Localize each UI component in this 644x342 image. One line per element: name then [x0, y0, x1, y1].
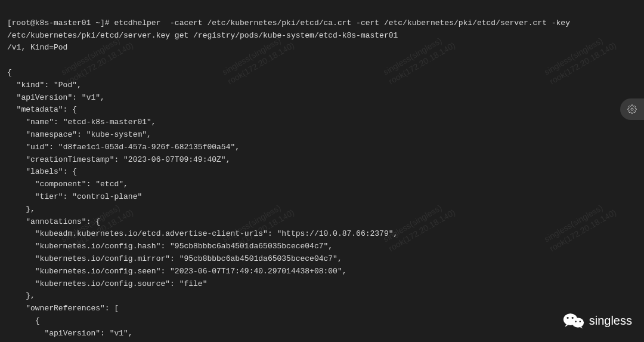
- terminal-output: [root@k8s-master01 ~]# etcdhelper -cacer…: [0, 0, 644, 342]
- signature-text: singless: [589, 311, 632, 330]
- shell-prompt: [root@k8s-master01 ~]#: [7, 19, 114, 27]
- wechat-icon: [563, 312, 584, 329]
- svg-point-5: [575, 321, 577, 322]
- svg-point-0: [631, 108, 633, 110]
- terminal-content: [root@k8s-master01 ~]# etcdhelper -cacer…: [7, 17, 637, 342]
- output-header: /v1, Kind=Pod: [7, 42, 637, 54]
- json-output-block: { "kind": "Pod", "apiVersion": "v1", "me…: [7, 68, 398, 342]
- svg-point-3: [566, 317, 568, 319]
- settings-button[interactable]: [620, 98, 644, 120]
- gear-icon: [627, 104, 637, 114]
- svg-point-2: [572, 318, 584, 328]
- signature: singless: [563, 311, 632, 330]
- svg-point-6: [579, 321, 581, 322]
- svg-point-4: [571, 317, 573, 319]
